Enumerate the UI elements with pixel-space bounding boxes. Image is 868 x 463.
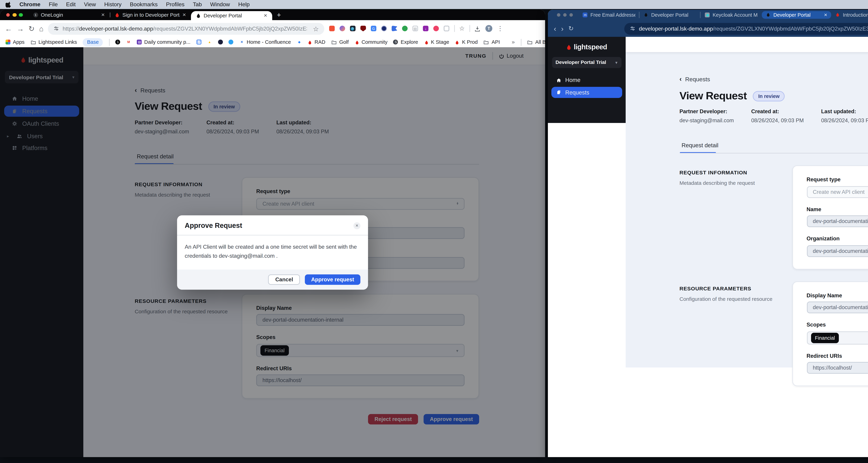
menu-bookmarks[interactable]: Bookmarks (130, 1, 158, 7)
home-icon[interactable]: ⌂ (39, 25, 43, 32)
bookmark-community[interactable]: Community (354, 39, 388, 45)
wrench-extension-icon[interactable] (402, 26, 408, 31)
bookmark-daily-community[interactable]: ▤ Daily community p... (137, 39, 190, 45)
bookmark-folder-api[interactable]: API (484, 39, 500, 45)
bookmark-confluence[interactable]: ✕ Home - Confluence (239, 39, 291, 45)
sheet-extension-icon[interactable]: ▤ (412, 26, 418, 31)
browser-tab-introduction[interactable]: Introduction | Develope (831, 11, 868, 19)
bookmark-rad[interactable]: RAD (308, 39, 325, 45)
bookmarks-overflow-icon[interactable]: » (512, 39, 515, 45)
close-tab-icon[interactable]: × (182, 12, 186, 18)
redirect-uris-input[interactable]: https://localhost/ (807, 362, 868, 374)
menu-tab[interactable]: Tab (193, 1, 202, 7)
requests-icon (556, 90, 561, 95)
minimize-window-button[interactable] (13, 13, 17, 17)
back-icon[interactable]: ← (5, 25, 12, 32)
browser-tab-developer-portal[interactable]: Developer Portal (640, 11, 701, 19)
calendar-bookmark-icon[interactable]: 17 (196, 40, 201, 44)
org-switcher[interactable]: Developer Portal Trial▾ (552, 57, 621, 68)
bookmark-explore[interactable]: S Explore (393, 39, 418, 45)
browser-tab-signin[interactable]: Sign in to Developer Portal × (110, 10, 191, 20)
address-bar[interactable]: developer-portal.lsk-demo.app/requests/Z… (624, 23, 868, 34)
reload-icon[interactable]: ↻ (568, 25, 574, 32)
gmail-bookmark-icon[interactable]: M (126, 40, 131, 44)
menu-chrome[interactable]: Chrome (20, 1, 40, 7)
browser-tab-developer-portal-active[interactable]: Developer Portal × (762, 11, 831, 19)
tab-request-detail[interactable]: Request detail (679, 142, 720, 152)
browser-menu-icon[interactable]: ⋮ (497, 25, 503, 32)
bookmark-all-icon[interactable]: ☆ (459, 25, 465, 32)
sidebar-item-requests[interactable]: Requests (551, 87, 622, 98)
minimize-window-button[interactable] (563, 13, 567, 17)
back-icon[interactable]: ‹ (554, 25, 556, 32)
folder-icon (484, 40, 489, 44)
forward-icon[interactable]: › (561, 25, 563, 32)
site-settings-icon[interactable] (54, 26, 59, 31)
resource-parameters-card: Display Name dev-portal-documentation-in… (792, 281, 868, 387)
cancel-button[interactable]: Cancel (268, 275, 300, 285)
bookmark-k-prod[interactable]: K Prod (455, 39, 477, 45)
clipboard-extension-icon[interactable] (443, 26, 450, 31)
forward-icon[interactable]: → (17, 25, 24, 32)
request-type-select[interactable]: Create new API client ▴▾ (807, 186, 868, 198)
bookmark-base[interactable]: Base (83, 38, 103, 47)
close-icon[interactable]: × (353, 222, 361, 229)
onelogin-bookmark-icon[interactable]: 1 (116, 40, 120, 44)
site-settings-icon[interactable] (630, 26, 636, 31)
field-label: Display Name (807, 292, 868, 299)
cloud-bookmark-icon[interactable] (229, 40, 234, 44)
flag-extension-icon[interactable] (392, 26, 397, 31)
swirl-extension-icon[interactable] (433, 26, 439, 31)
scopes-select[interactable]: Financial ▾ (807, 331, 868, 344)
address-bar[interactable]: https://developer-portal.lsk-demo.app/re… (48, 23, 324, 34)
browser-tab-keycloak[interactable]: Keycloak Account Ma (701, 11, 762, 19)
translate-extension-icon[interactable]: G (371, 26, 376, 31)
bookmark-folder-lightspeed-links[interactable]: Lightspeed Links (30, 39, 77, 45)
sidebar-item-home[interactable]: Home (548, 75, 625, 85)
brave-toolbar: ‹ › ↻ developer-portal.lsk-demo.app/requ… (548, 20, 868, 37)
menu-window[interactable]: Window (210, 1, 230, 7)
display-name-input[interactable]: dev-portal-documentation-internal (807, 302, 868, 313)
new-tab-button[interactable]: + (277, 11, 281, 19)
bookmark-k-stage[interactable]: K Stage (424, 39, 449, 45)
zoom-window-button[interactable] (19, 13, 23, 17)
menu-view[interactable]: View (84, 1, 96, 7)
browser-tab-free-email[interactable]: m Free Email Addresses: (579, 11, 640, 19)
onepassword-extension-icon[interactable] (381, 26, 387, 31)
bookmark-folder-golf[interactable]: Golf (331, 39, 349, 45)
name-input[interactable]: dev-portal-documentation-internal (807, 216, 868, 227)
swift-extension-icon[interactable] (329, 26, 335, 31)
breadcrumb[interactable]: ‹ Requests (679, 75, 868, 83)
ublock-extension-icon[interactable] (360, 26, 366, 31)
close-tab-icon[interactable]: × (101, 12, 105, 18)
profile-avatar[interactable]: T (485, 25, 493, 32)
apple-menu-icon[interactable] (5, 1, 12, 7)
loom-extension-icon[interactable] (339, 26, 345, 31)
chevron-down-icon: ▾ (615, 61, 617, 65)
jira-bookmark-icon[interactable]: ◆ (297, 40, 302, 44)
browser-tab-developer-portal-active[interactable]: Developer Portal × (191, 11, 272, 20)
downloads-icon[interactable] (474, 25, 481, 32)
close-window-button[interactable] (6, 13, 10, 17)
menu-file[interactable]: File (49, 1, 58, 7)
close-tab-icon[interactable]: × (264, 12, 267, 19)
close-tab-icon[interactable]: × (824, 12, 827, 18)
close-window-button[interactable] (557, 13, 560, 17)
dark-app-bookmark-icon[interactable] (218, 40, 223, 44)
reload-icon[interactable]: ↻ (28, 25, 35, 32)
menu-help[interactable]: Help (238, 1, 250, 7)
drive-bookmark-icon[interactable]: ▲ (207, 40, 212, 44)
bookmark-star-icon[interactable]: ☆ (313, 25, 319, 32)
zoom-window-button[interactable] (569, 13, 573, 17)
all-bookmarks[interactable]: All Bookmarks (527, 39, 545, 45)
menu-profiles[interactable]: Profiles (166, 1, 185, 7)
field-label: Redirect URIs (807, 353, 868, 359)
bookmark-apps[interactable]: Apps (5, 39, 25, 45)
menu-edit[interactable]: Edit (66, 1, 76, 7)
browser-tab-onelogin[interactable]: 1 OneLogin × (28, 10, 110, 20)
d-extension-icon[interactable]: D (350, 26, 356, 31)
menu-history[interactable]: History (104, 1, 122, 7)
download-arrow-extension-icon[interactable]: ↓ (423, 26, 429, 31)
organization-input[interactable]: dev-portal-documentation-internal (807, 245, 868, 257)
modal-approve-request-button[interactable]: Approve request (305, 275, 361, 285)
